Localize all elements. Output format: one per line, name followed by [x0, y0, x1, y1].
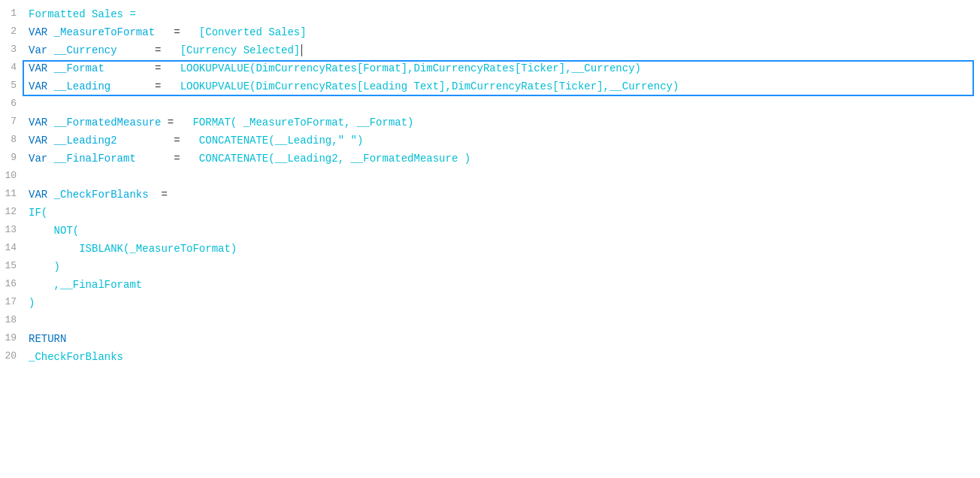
line-content: Var __Currency = [Currency Selected]	[23, 42, 980, 59]
code-token: [Converted Sales]	[199, 26, 307, 38]
line-content: VAR __FormatedMeasure = FORMAT( _Measure…	[23, 114, 980, 131]
code-line: 5VAR __Leading = LOOKUPVALUE(DimCurrency…	[0, 78, 980, 96]
line-content: _CheckForBlanks	[23, 349, 980, 365]
code-token: =	[136, 153, 199, 165]
line-content	[23, 96, 980, 113]
code-token: )	[29, 297, 35, 309]
code-token: _MeasureToFormat	[54, 26, 155, 38]
code-line: 13 NOT(	[0, 222, 980, 241]
code-token: [Currency Selected]	[180, 44, 301, 56]
line-number: 3	[0, 42, 23, 58]
line-content	[23, 168, 980, 185]
code-token: VAR	[29, 80, 54, 92]
code-token: VAR	[29, 62, 54, 74]
line-number: 14	[0, 241, 23, 256]
code-token: )	[29, 261, 60, 273]
code-token: VAR	[29, 189, 54, 201]
line-content: ,__FinalForamt	[23, 277, 980, 293]
line-number: 2	[0, 24, 23, 40]
code-line: 2VAR _MeasureToFormat = [Converted Sales…	[0, 24, 980, 42]
code-token: Formatted Sales =	[29, 8, 136, 20]
code-token: __Format	[54, 62, 104, 74]
line-number: 5	[0, 78, 23, 94]
code-token: __FinalForamt	[54, 153, 136, 165]
line-number: 15	[0, 259, 23, 274]
code-token: ISBLANK(_MeasureToFormat)	[29, 243, 237, 255]
code-line: 14 ISBLANK(_MeasureToFormat)	[0, 241, 980, 259]
line-number: 9	[0, 150, 23, 166]
line-content	[23, 313, 980, 329]
code-token: __Leading2	[54, 135, 117, 147]
code-token: ,__FinalForamt	[29, 279, 142, 291]
code-line: 20_CheckForBlanks	[0, 349, 980, 367]
line-content: VAR __Leading = LOOKUPVALUE(DimCurrencyR…	[23, 78, 980, 95]
line-number: 17	[0, 295, 23, 310]
line-number: 1	[0, 6, 23, 22]
line-number: 18	[0, 313, 23, 328]
code-token: =	[104, 62, 180, 74]
code-line: 18	[0, 313, 980, 331]
line-number: 7	[0, 114, 23, 130]
code-token: LOOKUPVALUE(DimCurrencyRates[Format],Dim…	[180, 62, 641, 74]
line-content: RETURN	[23, 331, 980, 347]
code-token: =	[161, 116, 192, 129]
line-content: NOT(	[23, 222, 980, 239]
code-editor[interactable]: 1Formatted Sales =2VAR _MeasureToFormat …	[0, 0, 980, 478]
code-token: =	[117, 44, 180, 56]
code-token: __Currency	[54, 44, 117, 56]
code-line: 8VAR __Leading2 = CONCATENATE(__Leading,…	[0, 132, 980, 150]
code-line: 19RETURN	[0, 331, 980, 349]
code-line: 1Formatted Sales =	[0, 6, 980, 24]
line-content: IF(	[23, 204, 980, 221]
code-line: 6	[0, 96, 980, 114]
line-content: )	[23, 259, 980, 275]
code-token: VAR	[29, 135, 54, 147]
code-line: 16 ,__FinalForamt	[0, 277, 980, 295]
line-number: 12	[0, 204, 23, 220]
line-number: 19	[0, 331, 23, 346]
code-token: =	[155, 26, 199, 38]
line-number: 8	[0, 132, 23, 148]
line-content: )	[23, 295, 980, 311]
line-content: VAR _CheckForBlanks =	[23, 186, 980, 203]
code-line: 9Var __FinalForamt = CONCATENATE(__Leadi…	[0, 150, 980, 168]
line-number: 13	[0, 222, 23, 238]
line-content: VAR __Format = LOOKUPVALUE(DimCurrencyRa…	[23, 60, 980, 77]
code-token: CONCATENATE(__Leading2, __FormatedMeasur…	[199, 153, 470, 165]
code-token: _CheckForBlanks	[29, 351, 123, 363]
line-number: 16	[0, 277, 23, 292]
line-number: 20	[0, 349, 23, 365]
line-content: ISBLANK(_MeasureToFormat)	[23, 241, 980, 257]
code-line: 7VAR __FormatedMeasure = FORMAT( _Measur…	[0, 114, 980, 132]
code-token: Var	[29, 153, 54, 165]
code-line: 11VAR _CheckForBlanks =	[0, 186, 980, 204]
line-content: Formatted Sales =	[23, 6, 980, 23]
line-content: Var __FinalForamt = CONCATENATE(__Leadin…	[23, 150, 980, 167]
code-line: 4VAR __Format = LOOKUPVALUE(DimCurrencyR…	[0, 60, 980, 78]
code-token: NOT(	[29, 225, 79, 237]
line-number: 4	[0, 60, 23, 76]
code-token: _CheckForBlanks	[54, 189, 149, 201]
code-token: LOOKUPVALUE(DimCurrencyRates[Leading Tex…	[180, 80, 679, 92]
code-line: 17)	[0, 295, 980, 313]
code-token: Var	[29, 44, 54, 56]
code-token: =	[110, 80, 180, 92]
code-line: 15 )	[0, 259, 980, 277]
line-content: VAR _MeasureToFormat = [Converted Sales]	[23, 24, 980, 41]
line-number: 11	[0, 186, 23, 202]
line-number: 10	[0, 168, 23, 184]
code-token: CONCATENATE(__Leading," ")	[199, 135, 363, 147]
line-number: 6	[0, 96, 23, 112]
code-line: 10	[0, 168, 980, 186]
code-line: 3Var __Currency = [Currency Selected]	[0, 42, 980, 60]
code-token: =	[149, 189, 168, 201]
text-cursor	[301, 44, 302, 56]
code-line: 12IF(	[0, 204, 980, 222]
code-token: FORMAT( _MeasureToFormat, __Format)	[192, 116, 413, 129]
code-token: VAR	[29, 26, 54, 38]
code-token: RETURN	[29, 333, 66, 345]
code-token: =	[117, 135, 199, 147]
code-token: IF(	[29, 207, 47, 219]
code-token: __Leading	[54, 80, 111, 92]
code-token: VAR	[29, 116, 54, 129]
